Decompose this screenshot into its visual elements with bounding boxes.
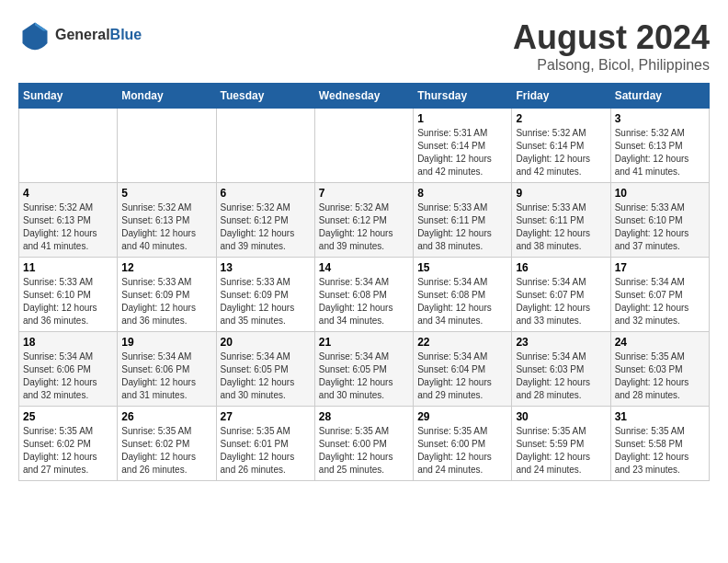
day-info: Sunrise: 5:35 AMSunset: 5:59 PMDaylight:… — [516, 425, 606, 477]
weekday-header-tuesday: Tuesday — [216, 84, 314, 109]
day-info: Sunrise: 5:31 AMSunset: 6:14 PMDaylight:… — [417, 127, 507, 178]
calendar-cell: 6Sunrise: 5:32 AMSunset: 6:12 PMDaylight… — [216, 183, 314, 258]
calendar-table: SundayMondayTuesdayWednesdayThursdayFrid… — [18, 83, 710, 481]
day-info: Sunrise: 5:33 AMSunset: 6:10 PMDaylight:… — [23, 276, 113, 327]
day-number: 26 — [121, 410, 211, 423]
day-number: 31 — [615, 410, 705, 423]
calendar-cell: 8Sunrise: 5:33 AMSunset: 6:11 PMDaylight… — [414, 183, 512, 258]
day-number: 2 — [516, 112, 606, 125]
day-info: Sunrise: 5:33 AMSunset: 6:11 PMDaylight:… — [417, 201, 507, 253]
day-info: Sunrise: 5:34 AMSunset: 6:06 PMDaylight:… — [23, 350, 113, 402]
day-info: Sunrise: 5:35 AMSunset: 6:00 PMDaylight:… — [319, 425, 409, 477]
day-info: Sunrise: 5:32 AMSunset: 6:13 PMDaylight:… — [121, 201, 211, 253]
day-info: Sunrise: 5:32 AMSunset: 6:13 PMDaylight:… — [615, 127, 705, 178]
title-block: August 2024 Palsong, Bicol, Philippines — [513, 18, 710, 74]
calendar-week-3: 11Sunrise: 5:33 AMSunset: 6:10 PMDayligh… — [19, 258, 710, 332]
calendar-cell: 26Sunrise: 5:35 AMSunset: 6:02 PMDayligh… — [118, 407, 216, 481]
weekday-header-monday: Monday — [118, 84, 216, 109]
calendar-cell: 14Sunrise: 5:34 AMSunset: 6:08 PMDayligh… — [314, 258, 413, 332]
calendar-cell: 27Sunrise: 5:35 AMSunset: 6:01 PMDayligh… — [216, 407, 314, 481]
day-number: 23 — [516, 336, 606, 349]
weekday-header-thursday: Thursday — [414, 84, 512, 109]
day-number: 12 — [121, 261, 211, 274]
logo: GeneralBlue — [18, 18, 142, 52]
calendar-week-5: 25Sunrise: 5:35 AMSunset: 6:02 PMDayligh… — [19, 407, 710, 481]
calendar-cell: 30Sunrise: 5:35 AMSunset: 5:59 PMDayligh… — [512, 407, 610, 481]
calendar-cell: 24Sunrise: 5:35 AMSunset: 6:03 PMDayligh… — [610, 332, 709, 407]
day-info: Sunrise: 5:32 AMSunset: 6:14 PMDaylight:… — [516, 127, 606, 178]
day-number: 17 — [615, 261, 705, 274]
calendar-week-1: 1Sunrise: 5:31 AMSunset: 6:14 PMDaylight… — [19, 109, 710, 183]
calendar-cell: 9Sunrise: 5:33 AMSunset: 6:11 PMDaylight… — [512, 183, 610, 258]
calendar-cell: 17Sunrise: 5:34 AMSunset: 6:07 PMDayligh… — [610, 258, 709, 332]
day-number: 11 — [23, 261, 113, 274]
day-info: Sunrise: 5:34 AMSunset: 6:08 PMDaylight:… — [319, 276, 409, 327]
day-info: Sunrise: 5:34 AMSunset: 6:04 PMDaylight:… — [417, 350, 507, 402]
day-number: 4 — [23, 187, 113, 200]
calendar-week-2: 4Sunrise: 5:32 AMSunset: 6:13 PMDaylight… — [19, 183, 710, 258]
day-number: 5 — [121, 187, 211, 200]
day-info: Sunrise: 5:35 AMSunset: 6:03 PMDaylight:… — [615, 350, 705, 402]
day-info: Sunrise: 5:35 AMSunset: 6:01 PMDaylight:… — [221, 425, 311, 477]
calendar-cell: 7Sunrise: 5:32 AMSunset: 6:12 PMDaylight… — [314, 183, 413, 258]
calendar-cell: 31Sunrise: 5:35 AMSunset: 5:58 PMDayligh… — [610, 407, 709, 481]
day-number: 27 — [221, 410, 311, 423]
day-number: 30 — [516, 410, 606, 423]
day-info: Sunrise: 5:32 AMSunset: 6:13 PMDaylight:… — [23, 201, 113, 253]
day-info: Sunrise: 5:34 AMSunset: 6:06 PMDaylight:… — [121, 350, 211, 402]
day-info: Sunrise: 5:32 AMSunset: 6:12 PMDaylight:… — [221, 201, 311, 253]
calendar-cell — [118, 109, 216, 183]
calendar-cell: 18Sunrise: 5:34 AMSunset: 6:06 PMDayligh… — [19, 332, 118, 407]
day-info: Sunrise: 5:32 AMSunset: 6:12 PMDaylight:… — [319, 201, 409, 253]
calendar-cell: 25Sunrise: 5:35 AMSunset: 6:02 PMDayligh… — [19, 407, 118, 481]
day-info: Sunrise: 5:34 AMSunset: 6:05 PMDaylight:… — [221, 350, 311, 402]
day-info: Sunrise: 5:33 AMSunset: 6:09 PMDaylight:… — [121, 276, 211, 327]
calendar-cell — [314, 109, 413, 183]
day-number: 10 — [615, 187, 705, 200]
calendar-cell: 28Sunrise: 5:35 AMSunset: 6:00 PMDayligh… — [314, 407, 413, 481]
day-number: 1 — [417, 112, 507, 125]
weekday-header-wednesday: Wednesday — [314, 84, 413, 109]
day-number: 28 — [319, 410, 409, 423]
day-number: 19 — [121, 336, 211, 349]
day-number: 3 — [615, 112, 705, 125]
day-number: 15 — [417, 261, 507, 274]
calendar-cell: 11Sunrise: 5:33 AMSunset: 6:10 PMDayligh… — [19, 258, 118, 332]
day-info: Sunrise: 5:33 AMSunset: 6:10 PMDaylight:… — [615, 201, 705, 253]
calendar-cell: 3Sunrise: 5:32 AMSunset: 6:13 PMDaylight… — [610, 109, 709, 183]
calendar-cell: 5Sunrise: 5:32 AMSunset: 6:13 PMDaylight… — [118, 183, 216, 258]
calendar-cell: 16Sunrise: 5:34 AMSunset: 6:07 PMDayligh… — [512, 258, 610, 332]
day-number: 9 — [516, 187, 606, 200]
day-info: Sunrise: 5:34 AMSunset: 6:03 PMDaylight:… — [516, 350, 606, 402]
day-number: 14 — [319, 261, 409, 274]
page-header: GeneralBlue August 2024 Palsong, Bicol, … — [18, 18, 710, 74]
calendar-cell: 23Sunrise: 5:34 AMSunset: 6:03 PMDayligh… — [512, 332, 610, 407]
day-number: 7 — [319, 187, 409, 200]
month-year: August 2024 — [513, 18, 710, 57]
calendar-cell — [19, 109, 118, 183]
day-number: 6 — [221, 187, 311, 200]
location: Palsong, Bicol, Philippines — [513, 57, 710, 74]
day-info: Sunrise: 5:34 AMSunset: 6:05 PMDaylight:… — [319, 350, 409, 402]
day-number: 25 — [23, 410, 113, 423]
calendar-cell: 1Sunrise: 5:31 AMSunset: 6:14 PMDaylight… — [414, 109, 512, 183]
calendar-cell: 19Sunrise: 5:34 AMSunset: 6:06 PMDayligh… — [118, 332, 216, 407]
calendar-cell: 22Sunrise: 5:34 AMSunset: 6:04 PMDayligh… — [414, 332, 512, 407]
day-info: Sunrise: 5:33 AMSunset: 6:09 PMDaylight:… — [221, 276, 311, 327]
calendar-cell: 13Sunrise: 5:33 AMSunset: 6:09 PMDayligh… — [216, 258, 314, 332]
weekday-header-saturday: Saturday — [610, 84, 709, 109]
weekday-header-friday: Friday — [512, 84, 610, 109]
day-info: Sunrise: 5:35 AMSunset: 6:02 PMDaylight:… — [23, 425, 113, 477]
calendar-cell: 10Sunrise: 5:33 AMSunset: 6:10 PMDayligh… — [610, 183, 709, 258]
day-info: Sunrise: 5:34 AMSunset: 6:07 PMDaylight:… — [516, 276, 606, 327]
day-info: Sunrise: 5:34 AMSunset: 6:08 PMDaylight:… — [417, 276, 507, 327]
logo-text: GeneralBlue — [55, 27, 142, 43]
calendar-cell — [216, 109, 314, 183]
day-info: Sunrise: 5:35 AMSunset: 5:58 PMDaylight:… — [615, 425, 705, 477]
calendar-cell: 20Sunrise: 5:34 AMSunset: 6:05 PMDayligh… — [216, 332, 314, 407]
weekday-header-sunday: Sunday — [19, 84, 118, 109]
calendar-cell: 29Sunrise: 5:35 AMSunset: 6:00 PMDayligh… — [414, 407, 512, 481]
day-info: Sunrise: 5:34 AMSunset: 6:07 PMDaylight:… — [615, 276, 705, 327]
calendar-cell: 21Sunrise: 5:34 AMSunset: 6:05 PMDayligh… — [314, 332, 413, 407]
day-number: 13 — [221, 261, 311, 274]
